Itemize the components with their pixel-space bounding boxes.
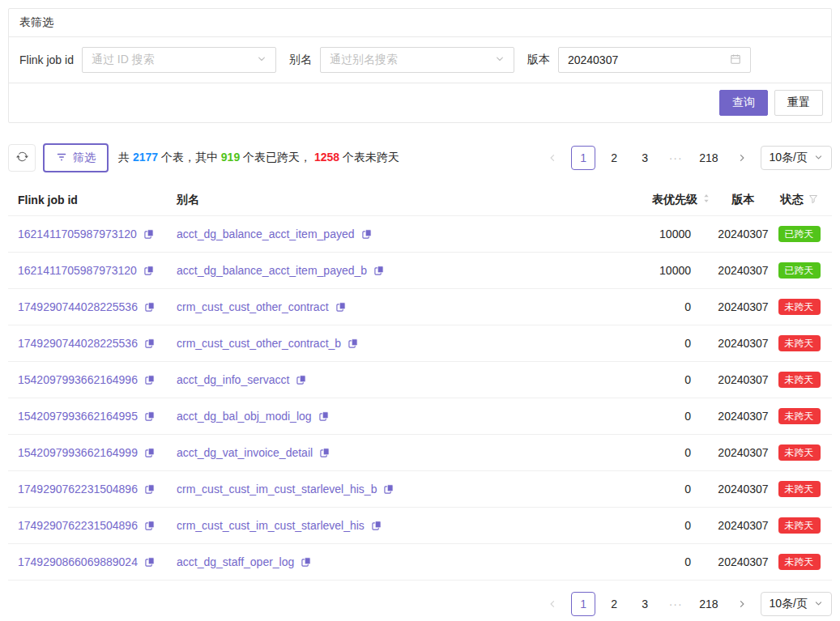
copy-icon[interactable] bbox=[144, 301, 156, 313]
filter-button[interactable]: 筛选 bbox=[43, 143, 109, 172]
copy-icon[interactable] bbox=[144, 374, 156, 385]
funnel-icon[interactable] bbox=[808, 194, 818, 206]
job-id-link[interactable]: 1749290744028225536 bbox=[18, 300, 138, 313]
alias-link[interactable]: acct_dg_staff_oper_log bbox=[177, 555, 294, 568]
job-id-link[interactable]: 1542097993662164995 bbox=[18, 410, 138, 423]
job-id-link[interactable]: 1542097993662164999 bbox=[18, 446, 138, 459]
job-id-link[interactable]: 1542097993662164996 bbox=[18, 373, 138, 386]
copy-icon[interactable] bbox=[143, 228, 155, 240]
pagination-ellipsis[interactable]: ··· bbox=[663, 592, 688, 616]
pagination-page-3-button[interactable]: 3 bbox=[633, 592, 657, 616]
copy-icon[interactable] bbox=[296, 374, 307, 385]
version-cell: 20240307 bbox=[710, 300, 776, 313]
alias-link[interactable]: crm_cust_cust_other_contract_b bbox=[177, 337, 341, 350]
copy-icon[interactable] bbox=[335, 301, 347, 313]
copy-icon[interactable] bbox=[144, 338, 156, 349]
priority-cell: 10000 bbox=[567, 264, 710, 277]
column-header-flink-job-id: Flink job id bbox=[18, 194, 177, 206]
alias-label: 别名 bbox=[289, 53, 312, 67]
copy-icon[interactable] bbox=[373, 265, 385, 276]
pagination-prev-button[interactable] bbox=[540, 146, 565, 170]
filter-card-title: 表筛选 bbox=[9, 9, 831, 37]
version-cell: 20240307 bbox=[710, 373, 776, 386]
flink-job-id-select[interactable]: 通过 ID 搜索 bbox=[82, 47, 276, 73]
version-cell: 20240307 bbox=[710, 264, 776, 277]
alias-cell: crm_cust_cust_other_contract_b bbox=[177, 337, 567, 350]
job-id-link[interactable]: 1749290762231504896 bbox=[18, 483, 138, 496]
status-cell: 已跨天 bbox=[776, 226, 822, 242]
summary-text: 个表已跨天， bbox=[240, 151, 314, 164]
column-header-version: 版本 bbox=[710, 193, 776, 207]
pagination-prev-button[interactable] bbox=[540, 592, 565, 616]
alias-link[interactable]: crm_cust_cust_im_cust_starlevel_his_b bbox=[177, 483, 377, 496]
pagination-top: 123···218 bbox=[540, 146, 753, 170]
copy-icon[interactable] bbox=[319, 447, 330, 458]
reset-button[interactable]: 重置 bbox=[774, 90, 823, 116]
alias-link[interactable]: acct_dg_balance_acct_item_payed_b bbox=[177, 264, 367, 277]
pagination-page-2-button[interactable]: 2 bbox=[602, 146, 626, 170]
alias-placeholder: 通过别名搜索 bbox=[330, 53, 398, 67]
filter-button-label: 筛选 bbox=[73, 151, 96, 165]
copy-icon[interactable] bbox=[143, 265, 155, 276]
query-button[interactable]: 查询 bbox=[719, 90, 768, 116]
refresh-icon bbox=[16, 151, 28, 165]
job-id-link[interactable]: 1621411705987973120 bbox=[18, 228, 137, 240]
job-id-link[interactable]: 1749290744028225536 bbox=[18, 337, 138, 350]
pagination-page-1-button[interactable]: 1 bbox=[571, 146, 595, 170]
job-id-link[interactable]: 1621411705987973120 bbox=[18, 264, 137, 277]
job-id-link[interactable]: 1749290866069889024 bbox=[18, 555, 138, 568]
table-body: 1621411705987973120acct_dg_balance_acct_… bbox=[8, 216, 832, 581]
alias-cell: crm_cust_cust_other_contract bbox=[177, 300, 567, 313]
job-id-cell: 1621411705987973120 bbox=[18, 228, 177, 240]
copy-icon[interactable] bbox=[144, 410, 156, 422]
alias-link[interactable]: acct_dg_balance_acct_item_payed bbox=[177, 228, 355, 240]
pagination-page-2-button[interactable]: 2 bbox=[602, 592, 626, 616]
chevron-down-icon bbox=[814, 151, 823, 164]
pagination-next-button[interactable] bbox=[730, 146, 754, 170]
pagination-next-button[interactable] bbox=[730, 592, 754, 616]
copy-icon[interactable] bbox=[348, 338, 359, 349]
pagination-page-3-button[interactable]: 3 bbox=[633, 146, 657, 170]
status-cell: 未跨天 bbox=[776, 372, 822, 388]
filter-actions-row: 查询 重置 bbox=[9, 83, 831, 122]
status-badge: 未跨天 bbox=[778, 335, 821, 351]
copy-icon[interactable] bbox=[383, 483, 394, 495]
refresh-button[interactable] bbox=[8, 144, 36, 172]
job-id-cell: 1749290762231504896 bbox=[18, 483, 177, 496]
copy-icon[interactable] bbox=[144, 483, 156, 495]
caret-sort-icon[interactable] bbox=[702, 193, 710, 206]
page-size-value: 10条/页 bbox=[770, 597, 808, 611]
status-badge: 已跨天 bbox=[778, 226, 821, 242]
table-header-row: Flink job id 别名 表优先级 版本 状态 bbox=[8, 184, 832, 216]
status-badge: 未跨天 bbox=[778, 444, 821, 461]
alias-link[interactable]: crm_cust_cust_other_contract bbox=[177, 300, 329, 313]
copy-icon[interactable] bbox=[144, 447, 156, 458]
job-id-cell: 1749290866069889024 bbox=[18, 555, 177, 568]
table-summary: 共 2177 个表，其中 919 个表已跨天， 1258 个表未跨天 bbox=[118, 151, 399, 165]
copy-icon[interactable] bbox=[318, 410, 330, 422]
job-id-link[interactable]: 1749290762231504896 bbox=[18, 519, 138, 532]
pagination-page-218-button[interactable]: 218 bbox=[694, 592, 723, 616]
page-size-select[interactable]: 10条/页 bbox=[761, 592, 832, 616]
status-badge: 未跨天 bbox=[778, 481, 821, 497]
copy-icon[interactable] bbox=[144, 520, 156, 531]
version-cell: 20240307 bbox=[710, 228, 776, 240]
version-cell: 20240307 bbox=[710, 483, 776, 496]
version-date-input[interactable]: 20240307 bbox=[558, 47, 751, 73]
pagination-page-218-button[interactable]: 218 bbox=[694, 146, 723, 170]
pagination-page-1-button[interactable]: 1 bbox=[571, 592, 595, 616]
copy-icon[interactable] bbox=[301, 556, 312, 568]
alias-link[interactable]: acct_dg_bal_obj_modi_log bbox=[177, 410, 312, 423]
copy-icon[interactable] bbox=[371, 520, 382, 531]
copy-icon[interactable] bbox=[144, 556, 156, 568]
page-size-select[interactable]: 10条/页 bbox=[761, 146, 832, 170]
alias-link[interactable]: acct_dg_vat_invoice_detail bbox=[177, 446, 313, 459]
pagination-ellipsis[interactable]: ··· bbox=[663, 146, 688, 170]
copy-icon[interactable] bbox=[361, 228, 373, 240]
alias-cell: acct_dg_staff_oper_log bbox=[177, 555, 567, 568]
status-cell: 未跨天 bbox=[776, 444, 822, 461]
alias-link[interactable]: crm_cust_cust_im_cust_starlevel_his bbox=[177, 519, 365, 532]
summary-total-count: 2177 bbox=[133, 151, 158, 164]
alias-select[interactable]: 通过别名搜索 bbox=[320, 47, 514, 73]
alias-link[interactable]: acct_dg_info_servacct bbox=[177, 373, 289, 386]
